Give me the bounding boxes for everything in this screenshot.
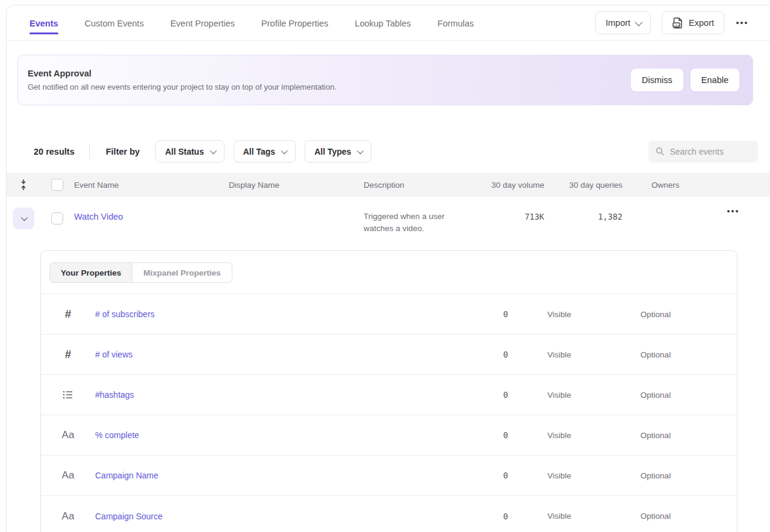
filter-by-label: Filter by xyxy=(106,147,140,156)
property-requirement: Optional xyxy=(610,471,701,480)
export-button[interactable]: csv Export xyxy=(662,11,724,34)
tags-filter-dropdown[interactable]: All Tags xyxy=(234,140,296,162)
property-name-link[interactable]: Campaign Name xyxy=(95,471,466,480)
tab-profile-properties[interactable]: Profile Properties xyxy=(261,7,328,39)
column-owners: Owners xyxy=(623,181,695,190)
column-30-day-queries: 30 day queries xyxy=(544,181,623,190)
number-type-icon: # xyxy=(65,308,72,321)
property-value: 0 xyxy=(466,471,508,480)
chevron-down-icon xyxy=(281,147,288,153)
property-row: # # of subscribers 0 Visible Optional xyxy=(41,294,737,335)
more-options-icon[interactable] xyxy=(735,18,748,28)
column-display-name: Display Name xyxy=(229,181,364,190)
import-button[interactable]: Import xyxy=(595,11,651,34)
property-requirement: Optional xyxy=(610,431,701,440)
property-requirement: Optional xyxy=(610,391,701,400)
property-row: Aa % complete 0 Visible Optional xyxy=(41,415,737,456)
property-visibility: Visible xyxy=(508,471,610,480)
banner-description: Get notified on all new events entering … xyxy=(28,82,631,91)
chevron-down-icon xyxy=(21,214,28,221)
dismiss-button[interactable]: Dismiss xyxy=(631,69,683,91)
column-event-name: Event Name xyxy=(74,181,229,190)
import-button-label: Import xyxy=(606,18,630,28)
collapse-all-icon[interactable] xyxy=(7,179,40,191)
results-count: 20 results xyxy=(34,147,75,156)
property-row: Aa Campaign Name 0 Visible Optional xyxy=(41,456,737,496)
text-type-icon: Aa xyxy=(62,469,75,481)
csv-file-icon: csv xyxy=(672,17,684,29)
svg-text:csv: csv xyxy=(674,23,680,27)
property-value: 0 xyxy=(466,350,508,359)
row-checkbox[interactable] xyxy=(51,212,63,224)
event-name-link[interactable]: Watch Video xyxy=(74,203,229,221)
top-actions: Import csv Export xyxy=(595,11,748,34)
event-30-day-queries: 1,382 xyxy=(544,203,623,221)
collapse-row-button[interactable] xyxy=(13,208,34,229)
tab-events[interactable]: Events xyxy=(29,7,58,39)
properties-tabs: Your Properties Mixpanel Properties xyxy=(41,251,737,294)
property-row: # # of views 0 Visible Optional xyxy=(41,335,737,375)
tab-formulas[interactable]: Formulas xyxy=(438,7,474,39)
property-name-link[interactable]: #hashtags xyxy=(95,390,466,400)
status-filter-dropdown[interactable]: All Status xyxy=(155,140,225,162)
enable-button[interactable]: Enable xyxy=(691,69,739,91)
property-name-link[interactable]: # of views xyxy=(95,350,466,359)
lexicon-events-page: Events Custom Events Event Properties Pr… xyxy=(0,0,770,532)
search-icon xyxy=(656,146,664,156)
property-visibility: Visible xyxy=(508,391,610,400)
property-value: 0 xyxy=(466,309,508,319)
tags-filter-label: All Tags xyxy=(243,147,275,156)
column-description: Description xyxy=(364,181,481,190)
divider xyxy=(89,144,90,159)
property-requirement: Optional xyxy=(610,512,701,521)
property-value: 0 xyxy=(466,512,508,521)
main-card: Events Custom Events Event Properties Pr… xyxy=(6,5,770,532)
table-header: Event Name Display Name Description 30 d… xyxy=(7,173,770,197)
tab-lookup-tables[interactable]: Lookup Tables xyxy=(355,7,411,39)
banner-title: Event Approval xyxy=(28,69,631,78)
text-type-icon: Aa xyxy=(62,429,75,441)
tab-mixpanel-properties[interactable]: Mixpanel Properties xyxy=(132,262,232,283)
status-filter-label: All Status xyxy=(165,147,204,156)
event-description: Triggered when a user watches a video. xyxy=(364,203,460,235)
column-30-day-volume: 30 day volume xyxy=(481,181,544,190)
property-requirement: Optional xyxy=(610,310,701,319)
filter-toolbar: 20 results Filter by All Status All Tags… xyxy=(34,140,758,162)
property-name-link[interactable]: # of subscribers xyxy=(95,309,466,319)
types-filter-dropdown[interactable]: All Types xyxy=(305,140,371,162)
nav-tabs: Events Custom Events Event Properties Pr… xyxy=(29,7,595,39)
search-box xyxy=(648,141,758,162)
property-visibility: Visible xyxy=(508,310,610,319)
text-type-icon: Aa xyxy=(62,510,75,522)
table-row: Watch Video Triggered when a user watche… xyxy=(7,197,770,235)
chevron-down-icon xyxy=(635,18,643,26)
chevron-down-icon xyxy=(357,147,364,153)
types-filter-label: All Types xyxy=(314,147,351,156)
chevron-down-icon xyxy=(210,147,216,153)
properties-panel: Your Properties Mixpanel Properties # # … xyxy=(40,250,737,532)
export-button-label: Export xyxy=(689,18,714,28)
property-name-link[interactable]: % complete xyxy=(95,430,466,440)
property-visibility: Visible xyxy=(508,512,610,521)
select-all-checkbox[interactable] xyxy=(51,179,63,191)
banner-text: Event Approval Get notified on all new e… xyxy=(28,69,631,91)
property-requirement: Optional xyxy=(610,350,701,359)
tab-your-properties[interactable]: Your Properties xyxy=(49,262,132,283)
search-input[interactable] xyxy=(669,147,751,156)
property-value: 0 xyxy=(466,390,508,400)
banner-actions: Dismiss Enable xyxy=(631,69,739,91)
number-type-icon: # xyxy=(65,348,72,361)
property-visibility: Visible xyxy=(508,350,610,359)
property-row: #hashtags 0 Visible Optional xyxy=(41,375,737,415)
property-name-link[interactable]: Campaign Source xyxy=(95,512,466,521)
top-navigation-bar: Events Custom Events Event Properties Pr… xyxy=(7,5,770,41)
event-30-day-volume: 713K xyxy=(481,203,544,221)
property-visibility: Visible xyxy=(508,431,610,440)
property-row: Aa Campaign Source 0 Visible Optional xyxy=(41,496,737,532)
row-more-options-icon[interactable] xyxy=(726,203,739,216)
event-approval-banner: Event Approval Get notified on all new e… xyxy=(17,55,753,105)
tab-custom-events[interactable]: Custom Events xyxy=(85,7,144,39)
tab-event-properties[interactable]: Event Properties xyxy=(170,7,235,39)
list-type-icon xyxy=(63,390,73,400)
property-value: 0 xyxy=(466,430,508,440)
